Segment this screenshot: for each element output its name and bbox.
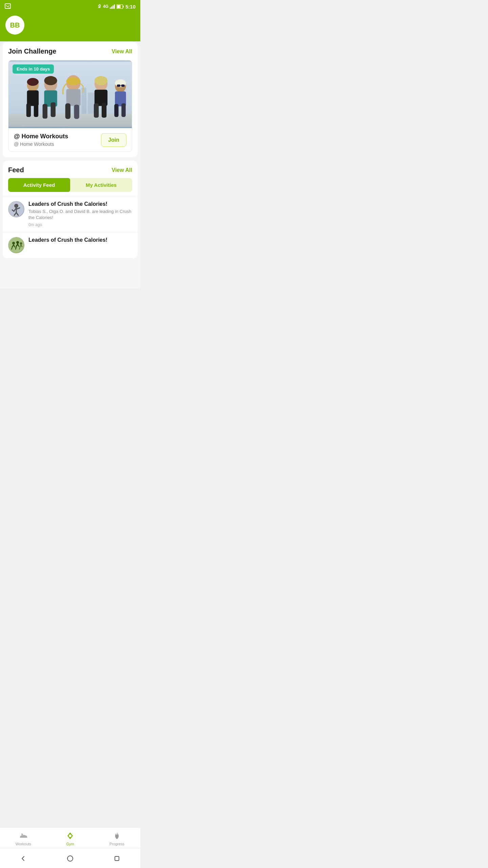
svg-point-47 [20, 242, 22, 245]
join-button[interactable]: Join [101, 133, 126, 147]
join-challenge-header: Join Challenge View All [8, 47, 132, 55]
feed-content-1: Leaders of Crush the Calories! Tobias S.… [28, 201, 132, 227]
svg-point-43 [14, 204, 18, 208]
svg-rect-17 [51, 102, 56, 117]
svg-rect-12 [82, 88, 86, 114]
feed-item-title-1: Leaders of Crush the Calories! [28, 201, 132, 207]
feed-avatar-2 [8, 237, 24, 253]
user-avatar[interactable]: BB [5, 16, 24, 35]
feed-view-all[interactable]: View All [112, 167, 132, 173]
join-challenge-view-all[interactable]: View All [112, 48, 132, 55]
ends-badge: Ends in 10 days [13, 64, 54, 74]
network-type-label: 4G [103, 4, 108, 9]
yoga-avatar-icon [9, 202, 24, 217]
feed-item-description-1: Tobias S., Olga O. and David B. are lead… [28, 209, 132, 221]
challenge-image: Ends in 10 days [8, 60, 132, 128]
feed-title: Feed [8, 166, 24, 174]
feed-content-2: Leaders of Crush the Calories! [28, 237, 107, 244]
svg-point-33 [95, 76, 107, 85]
svg-rect-22 [74, 105, 79, 119]
svg-rect-39 [117, 84, 121, 87]
challenge-subtitle: @ Home Workouts [14, 141, 68, 147]
feed-item-2: Leaders of Crush the Calories! [3, 232, 138, 258]
svg-rect-2 [111, 6, 112, 9]
feed-avatar-1 [8, 201, 24, 217]
feed-section: Feed View All Activity Feed My Activitie… [3, 161, 138, 258]
svg-rect-40 [121, 84, 125, 87]
svg-rect-37 [121, 103, 125, 117]
svg-point-28 [27, 78, 39, 86]
challenge-card: Ends in 10 days @ Home Workouts @ Home W… [8, 60, 132, 152]
svg-rect-4 [114, 4, 115, 9]
svg-rect-1 [110, 7, 111, 9]
feed-item: Leaders of Crush the Calories! Tobias S.… [3, 196, 138, 232]
svg-rect-0 [5, 4, 11, 8]
running-avatar-icon [9, 238, 24, 253]
signal-icon [110, 4, 115, 9]
status-bar: 4G ⚡ 5:10 [0, 0, 140, 12]
challenge-title: @ Home Workouts [14, 133, 68, 140]
feed-header: Feed View All [3, 161, 138, 178]
challenge-text: @ Home Workouts @ Home Workouts [14, 133, 68, 147]
svg-rect-7 [123, 6, 124, 7]
feed-item-time-1: 0m ago [28, 222, 132, 227]
status-right-group: 4G ⚡ 5:10 [97, 4, 136, 9]
svg-rect-27 [34, 104, 38, 117]
svg-point-18 [44, 76, 57, 85]
header: BB [0, 12, 140, 41]
svg-rect-32 [102, 103, 106, 118]
svg-rect-3 [113, 5, 114, 9]
battery-icon: ⚡ [117, 4, 124, 9]
svg-point-23 [66, 77, 81, 85]
svg-rect-21 [65, 103, 70, 119]
svg-rect-36 [114, 104, 118, 117]
feed-item-title-2: Leaders of Crush the Calories! [28, 237, 107, 243]
svg-rect-16 [43, 104, 47, 119]
feed-tab-toggle: Activity Feed My Activities [8, 178, 132, 192]
svg-rect-31 [94, 103, 99, 118]
main-content: Join Challenge View All [0, 42, 140, 289]
status-time: 5:10 [125, 4, 136, 9]
bluetooth-icon [97, 4, 102, 9]
join-challenge-section: Join Challenge View All [3, 42, 138, 157]
join-challenge-title: Join Challenge [8, 47, 56, 55]
status-notification-icon [5, 3, 11, 9]
challenge-info: @ Home Workouts @ Home Workouts Join [8, 128, 132, 152]
tab-my-activities[interactable]: My Activities [70, 178, 132, 192]
svg-text:⚡: ⚡ [119, 5, 122, 8]
tab-activity-feed[interactable]: Activity Feed [8, 178, 70, 192]
svg-rect-26 [26, 103, 31, 117]
